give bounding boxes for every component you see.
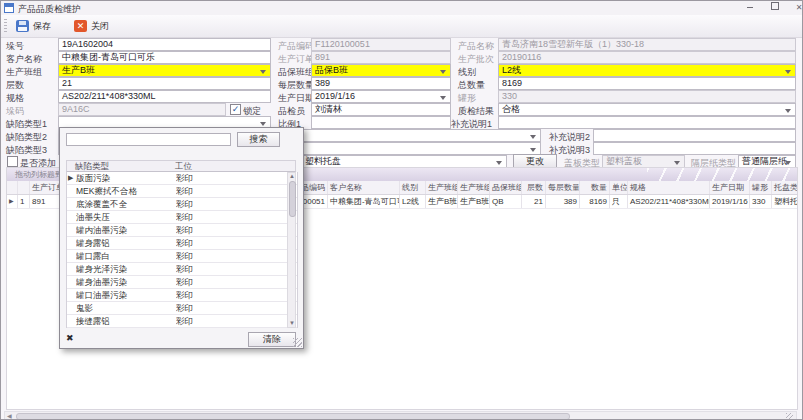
grid-column-header[interactable]: 客户名称	[328, 181, 400, 194]
station-cell[interactable]: 彩印	[176, 276, 297, 288]
scroll-thumb[interactable]	[289, 181, 296, 217]
grid-cell[interactable]: 389	[546, 195, 580, 208]
defect-type-cell[interactable]: 罐内油墨污染	[76, 224, 176, 236]
grid-cell[interactable]: 生产B班	[426, 195, 458, 208]
grid-column-header[interactable]: 生产班组	[458, 181, 490, 194]
clear-button[interactable]: 清除	[248, 332, 296, 347]
defect-search-input[interactable]	[66, 133, 231, 146]
minimize-icon[interactable]	[741, 2, 759, 13]
station-cell[interactable]: 彩印	[176, 185, 297, 197]
grid-column-header[interactable]	[18, 181, 30, 194]
defect-type-cell[interactable]: 罐身露铝	[76, 237, 176, 249]
scroll-up-icon[interactable]: ▲	[289, 174, 294, 179]
production-team-combo[interactable]: 生产B班	[58, 64, 271, 77]
defect-list-row[interactable]: 罐身油墨污染彩印	[67, 276, 297, 289]
grid-cell[interactable]: 21	[522, 195, 546, 208]
spec-field[interactable]: AS202/211*408*330ML	[58, 90, 271, 103]
grid-cell[interactable]: 330	[750, 195, 772, 208]
grid-cell[interactable]: 只	[610, 195, 628, 208]
defect-type-cell[interactable]: 鬼影	[76, 302, 176, 314]
total-qty-field[interactable]: 8169	[498, 77, 796, 90]
hscroll-grip[interactable]	[786, 413, 793, 419]
defect-list-row[interactable]: ▶版面污染彩印	[67, 172, 297, 185]
change-button[interactable]: 更改	[513, 154, 557, 168]
customer-name-field[interactable]: 中粮集团-青岛可口可乐	[58, 51, 271, 64]
grid-column-header[interactable]: 线别	[400, 181, 426, 194]
production-date-picker[interactable]: 2019/1/16	[311, 90, 451, 103]
station-cell[interactable]: 彩印	[176, 198, 297, 210]
grid-column-header[interactable]: 托盘类型	[772, 181, 798, 194]
grid-cell[interactable]: QB	[490, 195, 522, 208]
grid-column-header[interactable]: 数量	[580, 181, 610, 194]
add-new-checkbox[interactable]	[7, 156, 18, 167]
station-cell[interactable]: 彩印	[176, 172, 297, 184]
defect-type-cell[interactable]: 罐口油墨污染	[76, 289, 176, 301]
defect-type-cell[interactable]: 油墨失压	[76, 211, 176, 223]
defect-type-cell[interactable]: 罐口露白	[76, 250, 176, 262]
supplement1-field[interactable]	[498, 116, 796, 129]
defect-type-column-header[interactable]: 缺陷类型	[75, 161, 175, 171]
maximize-icon[interactable]	[766, 2, 784, 13]
line-combo[interactable]: L2线	[498, 64, 796, 77]
grid-column-header[interactable]: 每层数量	[546, 181, 580, 194]
grid-cell[interactable]: 生产B班	[458, 195, 490, 208]
station-cell[interactable]: 彩印	[176, 237, 297, 249]
station-cell[interactable]: 彩印	[176, 315, 297, 327]
stack-no-field[interactable]: 19A1602004	[58, 38, 271, 51]
close-window-icon[interactable]	[790, 2, 803, 13]
defect-list-row[interactable]: 罐内油墨污染彩印	[67, 224, 297, 237]
defect-list-row[interactable]: 罐口油墨污染彩印	[67, 289, 297, 302]
station-cell[interactable]: 彩印	[176, 289, 297, 301]
defect-type-cell[interactable]: 罐身光泽污染	[76, 263, 176, 275]
grid-cell[interactable]: 1	[18, 195, 30, 208]
inspection-result-combo[interactable]: 合格	[498, 103, 796, 116]
grid-cell[interactable]: 中粮集团-青岛可口可乐	[328, 195, 400, 208]
station-cell[interactable]: 彩印	[176, 302, 297, 314]
grid-column-header[interactable]: 生产班组	[426, 181, 458, 194]
inspector-field[interactable]: 刘清林	[311, 103, 451, 116]
defect-type-cell[interactable]: 罐身油墨污染	[76, 276, 176, 288]
scroll-down-icon[interactable]: ▼	[289, 321, 294, 326]
station-column-header[interactable]: 工位	[175, 161, 295, 171]
defect-type-cell[interactable]: 接缝露铝	[76, 315, 176, 327]
grid-cell[interactable]: 8169	[580, 195, 610, 208]
per-layer-qty-field[interactable]: 389	[311, 77, 451, 90]
close-button[interactable]: 关闭	[69, 17, 114, 35]
defect-type-cell[interactable]: MEK擦拭不合格	[76, 185, 176, 197]
defect-list-row[interactable]: 油墨失压彩印	[67, 211, 297, 224]
grid-column-header[interactable]: 品保班组	[490, 181, 522, 194]
supplement2-field[interactable]	[593, 129, 796, 142]
hscroll-thumb[interactable]	[16, 413, 570, 420]
grid-column-header[interactable]: 规格	[628, 181, 710, 194]
panel-close-icon[interactable]: ✖	[66, 334, 74, 343]
grid-column-header[interactable]: 单位	[610, 181, 628, 194]
station-cell[interactable]: 彩印	[176, 263, 297, 275]
grid-cell[interactable]: 塑料托盘	[772, 195, 798, 208]
save-button[interactable]: 保存	[11, 17, 56, 35]
defect-list-row[interactable]: 底涂覆盖不全彩印	[67, 198, 297, 211]
defect-list-row[interactable]: 接缝露铝彩印	[67, 315, 297, 328]
defect-list-row[interactable]: 罐口露白彩印	[67, 250, 297, 263]
defect-list-row[interactable]: 罐身露铝彩印	[67, 237, 297, 250]
defect-list-scrollbar[interactable]: ▲ ▼	[287, 172, 296, 328]
grid-column-header[interactable]: 罐形	[750, 181, 772, 194]
grid-column-header[interactable]: 生产日期	[710, 181, 750, 194]
grid-cell[interactable]: AS202/211*408*330ML	[628, 195, 710, 208]
station-cell[interactable]: 彩印	[176, 224, 297, 236]
ratio1-field[interactable]	[311, 116, 451, 129]
panel-resize-grip[interactable]	[293, 338, 302, 347]
lock-checkbox[interactable]: ✓	[230, 104, 241, 115]
defect-type-cell[interactable]: 版面污染	[76, 172, 176, 184]
defect-type-cell[interactable]: 底涂覆盖不全	[76, 198, 176, 210]
defect-list-row[interactable]: 鬼影彩印	[67, 302, 297, 315]
layers-field[interactable]: 21	[58, 77, 271, 90]
qa-team-combo[interactable]: 品保B班	[311, 64, 451, 77]
station-cell[interactable]: 彩印	[176, 211, 297, 223]
defect-list-row[interactable]: MEK擦拭不合格彩印	[67, 185, 297, 198]
defect-list-row[interactable]: 罐身光泽污染彩印	[67, 263, 297, 276]
supplement3-field[interactable]	[593, 142, 796, 155]
search-button[interactable]: 搜索	[237, 132, 280, 147]
grid-column-header[interactable]: 层数	[522, 181, 546, 194]
station-cell[interactable]: 彩印	[176, 250, 297, 262]
grid-cell[interactable]: 2019/1/16	[710, 195, 750, 208]
